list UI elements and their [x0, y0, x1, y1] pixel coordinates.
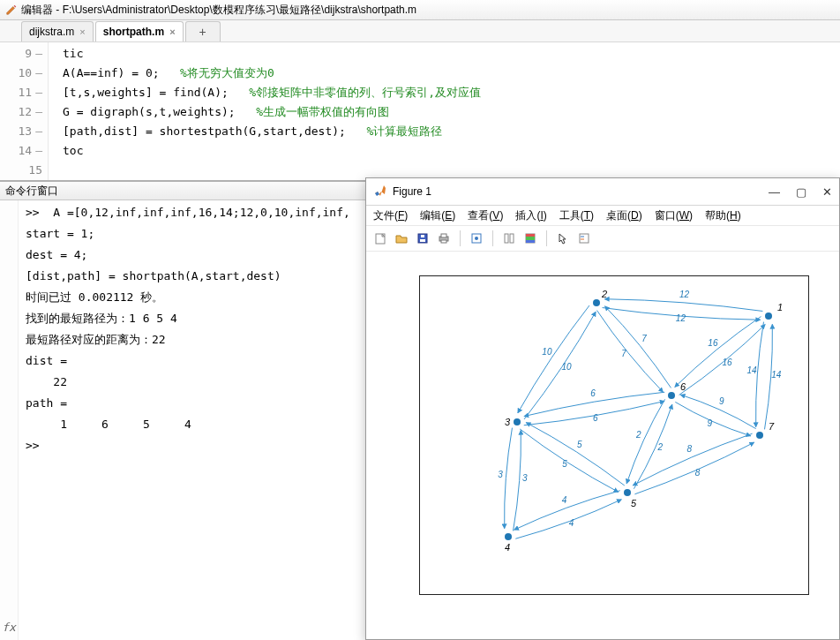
edge-weight: 4 — [562, 495, 567, 505]
graph-edge — [505, 428, 513, 529]
menu-item[interactable]: 桌面(D) — [606, 208, 642, 223]
edge-weight: 5 — [577, 440, 582, 449]
fx-icon[interactable]: fx — [2, 617, 16, 638]
menu-item[interactable]: 工具(T) — [559, 208, 594, 223]
svg-point-8 — [475, 237, 478, 240]
editor-titlebar: 编辑器 - F:\Users\Administrator\Desktop\数模程… — [0, 0, 840, 20]
graph-node[interactable] — [668, 392, 675, 399]
command-window-title: 命令行窗口 — [5, 184, 58, 199]
insert-legend-icon[interactable] — [575, 230, 593, 247]
node-label: 5 — [631, 498, 637, 508]
edge-weight: 6 — [593, 413, 598, 423]
graph-edge — [675, 317, 761, 388]
edge-weight: 10 — [542, 347, 552, 357]
code-area[interactable]: ticA(A==inf) = 0; %将无穷大值变为0[t,s,weights]… — [49, 42, 840, 180]
tab-shortpath[interactable]: shortpath.m × — [95, 21, 184, 41]
menu-item[interactable]: 文件(F) — [373, 208, 408, 223]
edge-weight: 14 — [771, 370, 782, 380]
graph-edge — [597, 311, 664, 393]
edge-weight: 10 — [562, 362, 573, 372]
node-label: 7 — [769, 421, 775, 432]
menu-item[interactable]: 查看(V) — [468, 208, 503, 223]
close-icon[interactable]: × — [79, 26, 85, 37]
graph-node[interactable] — [765, 312, 772, 320]
code-line[interactable]: A(A==inf) = 0; %将无穷大值变为0 — [63, 64, 840, 83]
graph-node[interactable] — [505, 533, 512, 540]
colorbar-icon[interactable] — [521, 230, 539, 247]
code-line[interactable]: tic — [63, 44, 840, 64]
tab-new[interactable]: + — [185, 21, 221, 41]
line-number: 10— — [0, 64, 48, 83]
close-icon[interactable]: × — [169, 26, 175, 37]
edge-weight: 14 — [747, 365, 758, 375]
figure-window[interactable]: Figure 1 — ▢ ✕ 文件(F)编辑(E)查看(V)插入(I)工具(T)… — [365, 177, 840, 640]
edit-plot-icon[interactable] — [468, 230, 485, 247]
edge-weight: 16 — [723, 358, 733, 367]
graph-edge — [604, 299, 762, 312]
node-label: 1 — [777, 302, 783, 312]
edge-weight: 8 — [695, 468, 701, 478]
svg-rect-15 — [580, 234, 589, 243]
figure-title-text: Figure 1 — [393, 185, 431, 198]
editor-title-text: 编辑器 - F:\Users\Administrator\Desktop\数模程… — [21, 3, 416, 18]
save-icon[interactable] — [414, 230, 431, 247]
edge-weight: 16 — [708, 338, 718, 348]
graph-edge — [633, 433, 752, 486]
link-icon[interactable] — [500, 230, 518, 247]
editor-pane[interactable]: 9—10—11—12—13—14—15 ticA(A==inf) = 0; %将… — [0, 42, 840, 182]
edge-weight: 3 — [522, 473, 528, 483]
edge-weight: 3 — [498, 470, 503, 479]
open-icon[interactable] — [393, 230, 410, 247]
svg-rect-14 — [526, 240, 535, 243]
code-line[interactable]: [path,dist] = shortestpath(G,start,dest)… — [63, 122, 840, 141]
edge-weight: 12 — [679, 290, 690, 299]
menu-item[interactable]: 编辑(E) — [420, 208, 455, 223]
edge-weight: 4 — [569, 518, 574, 528]
line-number: 13— — [0, 122, 48, 141]
line-number: 9— — [0, 44, 48, 64]
line-number: 15 — [0, 161, 48, 180]
edge-weight: 12 — [676, 313, 686, 323]
plot-axes[interactable]: 121216161414101077335566442288991234567 — [419, 275, 809, 595]
maximize-button[interactable]: ▢ — [796, 185, 806, 199]
pointer-icon[interactable] — [554, 230, 572, 247]
graph-edge — [514, 430, 521, 531]
svg-rect-10 — [510, 234, 514, 243]
edge-weight: 7 — [641, 334, 647, 343]
svg-rect-2 — [420, 239, 425, 242]
new-icon[interactable] — [371, 230, 389, 247]
figure-toolbar[interactable] — [366, 226, 839, 252]
pencil-icon — [5, 4, 18, 16]
minimize-button[interactable]: — — [769, 185, 780, 199]
graph-node[interactable] — [514, 418, 521, 425]
svg-rect-3 — [421, 235, 424, 237]
node-label: 4 — [505, 542, 510, 553]
figure-menubar[interactable]: 文件(F)编辑(E)查看(V)插入(I)工具(T)桌面(D)窗口(W)帮助(H) — [366, 206, 839, 226]
node-label: 3 — [505, 417, 511, 427]
figure-titlebar[interactable]: Figure 1 — ▢ ✕ — [366, 178, 839, 206]
command-gutter: fx — [0, 200, 19, 640]
menu-item[interactable]: 插入(I) — [515, 208, 546, 223]
line-number: 11— — [0, 83, 48, 102]
edge-weight: 7 — [621, 349, 626, 358]
graph-node[interactable] — [756, 432, 763, 439]
menu-item[interactable]: 帮助(H) — [705, 208, 741, 223]
graph-edge — [634, 404, 671, 488]
edge-weight: 9 — [719, 396, 724, 406]
print-icon[interactable] — [435, 230, 453, 247]
graph-node[interactable] — [624, 489, 631, 496]
close-button[interactable]: ✕ — [822, 185, 832, 199]
code-line[interactable]: toc — [63, 141, 840, 161]
code-line[interactable]: G = digraph(s,t,weights); %生成一幅带权值的有向图 — [63, 102, 840, 122]
graph-edge — [514, 491, 620, 530]
edge-weight: 8 — [687, 444, 693, 454]
menu-item[interactable]: 窗口(W) — [655, 208, 693, 223]
edge-weight: 2 — [657, 442, 664, 452]
code-line[interactable]: [t,s,weights] = find(A); %邻接矩阵中非零值的列、行号索… — [63, 83, 840, 102]
editor-tab-strip: dijkstra.m × shortpath.m × + — [0, 20, 840, 42]
svg-rect-9 — [505, 234, 508, 243]
graph-node[interactable] — [593, 299, 600, 306]
edge-weight: 6 — [590, 388, 596, 398]
tab-dijkstra[interactable]: dijkstra.m × — [21, 21, 94, 41]
edge-weight: 9 — [708, 418, 713, 428]
